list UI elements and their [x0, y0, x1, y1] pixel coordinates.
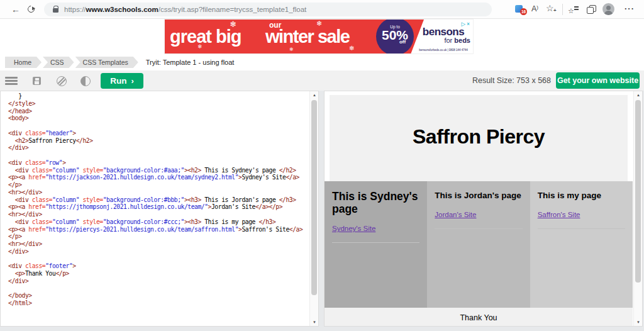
ad-discount-text: 50%	[376, 29, 414, 42]
url-scheme: https://	[64, 6, 86, 13]
ad-controls: ▷×	[461, 21, 471, 27]
preview-scrollbar[interactable]: ▲ ▼	[633, 91, 642, 326]
column-heading: This is my page	[538, 191, 625, 201]
ad-legal-text: bensonsforbeds.co.uk | 0808 144 4744	[415, 48, 472, 52]
editor-toolbar: Run› Result Size: 753 x 568 Get your own…	[0, 70, 644, 91]
format-code-icon[interactable]	[57, 76, 67, 86]
result-size-label: Result Size: 753 x 568	[472, 76, 551, 85]
column-divider	[435, 228, 522, 229]
ad-banner[interactable]: ❄ ❄ ❄ ❄ ❄ great big our winter sale Up t…	[165, 20, 473, 53]
dark-mode-icon[interactable]	[80, 76, 91, 86]
scroll-down-icon[interactable]: ▼	[310, 320, 319, 324]
main-split: }</style></head><body> <div class="heade…	[0, 91, 644, 331]
column-link[interactable]: Saffron's Site	[538, 211, 580, 218]
code-line: <hr></div>	[8, 189, 309, 196]
code-line: <div class="column" style="background-co…	[8, 167, 309, 174]
preview-footer: Thank You	[325, 308, 633, 326]
code-line: </style>	[8, 100, 309, 108]
browser-menu-icon[interactable]: ···	[625, 4, 635, 13]
preview-column: This is Sydney's pageSydney's Site	[325, 181, 427, 308]
ad-brand-tagline: for beds	[416, 37, 470, 44]
code-line: <hr></div>	[8, 211, 309, 218]
scrollbar-thumb[interactable]	[311, 100, 317, 295]
preview-content: Saffron Piercy This is Sydney's pageSydn…	[325, 91, 633, 326]
url-text: https://www.w3schools.com/css/tryit.asp?…	[64, 6, 306, 13]
column-link[interactable]: Sydney's Site	[332, 225, 375, 232]
save-icon[interactable]	[33, 77, 41, 85]
code-line: <p><a href="https://jackson-2021.hulldes…	[8, 174, 309, 181]
ad-headline-right: winter sale	[265, 28, 349, 46]
tryit-editor-page: ← https://www.w3schools.com/css/tryit.as…	[0, 0, 644, 331]
breadcrumb-item-css[interactable]: CSS	[43, 57, 74, 68]
lock-icon	[53, 8, 58, 13]
code-line: <h2>Saffron Piercy</h2>	[8, 137, 309, 145]
breadcrumb: HomeCSSCSS Templates Tryit: Template 1 -…	[0, 54, 644, 70]
code-editor[interactable]: }</style></head><body> <div class="heade…	[1, 91, 309, 326]
adchoices-icon[interactable]: ▷	[461, 21, 467, 27]
code-line: <div class="column" style="background-co…	[8, 196, 309, 204]
run-button[interactable]: Run›	[101, 73, 143, 89]
url-host: www.w3schools.com	[86, 6, 158, 13]
code-line	[8, 122, 309, 130]
code-line: </div>	[8, 144, 309, 152]
code-line: </div>	[8, 248, 309, 255]
scroll-up-icon[interactable]: ▲	[634, 93, 643, 97]
code-line: </div>	[8, 278, 309, 285]
preview-footer-text: Thank You	[325, 308, 633, 322]
preview-column: This is my pageSaffron's Site	[530, 181, 633, 308]
column-link[interactable]: Jordan's Site	[435, 211, 476, 218]
code-line: <div class="column" style="background-co…	[8, 218, 309, 226]
code-line: <p><a href="https://jthompsonj.2021.hull…	[8, 203, 309, 211]
address-bar[interactable]: https://www.w3schools.com/css/tryit.asp?…	[44, 3, 492, 16]
refresh-icon[interactable]	[26, 4, 36, 14]
code-line: <p>Thank You</p>	[8, 270, 309, 278]
run-chevron-icon: ›	[131, 76, 133, 86]
sound-wave-mark: )	[536, 4, 538, 10]
code-line: </html>	[8, 300, 309, 307]
scroll-up-icon[interactable]: ▲	[310, 93, 319, 97]
code-line: </body>	[8, 292, 309, 300]
ad-banner-row: ❄ ❄ ❄ ❄ ❄ great big our winter sale Up t…	[0, 19, 644, 54]
preview-title: Saffron Piercy	[330, 95, 628, 149]
code-line: </p>	[8, 181, 309, 189]
scrollbar-thumb[interactable]	[635, 100, 641, 283]
code-line: </head>	[8, 108, 309, 115]
profile-avatar[interactable]	[602, 3, 614, 15]
preview-header: Saffron Piercy	[330, 95, 628, 181]
code-line: <p><a href="https://piercys-2021.hulldes…	[8, 226, 309, 233]
get-website-button[interactable]: Get your own website	[556, 72, 640, 89]
add-favorite-icon[interactable]: ☆+	[546, 3, 554, 13]
result-preview-pane: Saffron Piercy This is Sydney's pageSydn…	[324, 91, 643, 327]
column-divider	[538, 228, 625, 229]
code-line: <div class="header">	[8, 130, 309, 137]
snowflake-icon: ❄	[349, 45, 354, 52]
extension-badge: 16	[520, 8, 527, 15]
menu-icon[interactable]	[5, 77, 18, 85]
chrome-divider	[562, 4, 563, 15]
code-editor-pane: }</style></head><body> <div class="heade…	[0, 91, 319, 327]
browser-chrome: ← https://www.w3schools.com/css/tryit.as…	[0, 0, 644, 19]
collections-icon[interactable]: ☆	[568, 5, 579, 14]
breadcrumb-items: HomeCSSCSS Templates	[5, 57, 140, 68]
snowflake-icon: ❄	[289, 47, 294, 52]
code-line	[8, 255, 309, 263]
preview-column: This is Jordan's pageJordan's Site	[427, 181, 530, 308]
scroll-down-icon[interactable]: ▼	[634, 320, 643, 324]
back-icon[interactable]: ←	[11, 4, 20, 15]
read-aloud-icon[interactable]: A)	[531, 4, 538, 13]
multitab-icon[interactable]	[587, 5, 596, 14]
preview-row: This is Sydney's pageSydney's SiteThis i…	[325, 181, 633, 308]
breadcrumb-current: Tryit: Template 1 - using float	[146, 59, 235, 66]
code-line: <body>	[8, 115, 309, 122]
breadcrumb-item-home[interactable]: Home	[5, 57, 42, 68]
ad-brand-name: bensons	[416, 26, 470, 37]
code-line: <div class="row">	[8, 159, 309, 167]
column-heading: This is Sydney's page	[332, 190, 419, 215]
ad-close-icon[interactable]: ×	[467, 21, 471, 27]
breadcrumb-item-css-templates[interactable]: CSS Templates	[75, 57, 138, 68]
code-line: }	[8, 93, 309, 100]
code-line: <hr></div>	[8, 240, 309, 248]
column-divider	[332, 242, 419, 243]
code-line	[8, 152, 309, 159]
editor-scrollbar[interactable]: ▲ ▼	[309, 91, 318, 326]
